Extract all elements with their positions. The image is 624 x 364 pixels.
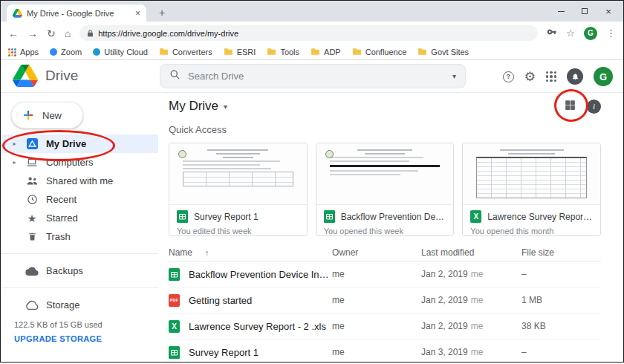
expander-icon[interactable]: ▸ xyxy=(11,140,18,147)
table-row[interactable]: Backflow Prevention Device Inspection Re… xyxy=(169,261,601,287)
page-title: My Drive xyxy=(169,99,218,114)
column-header-modified[interactable]: Last modified xyxy=(421,247,521,258)
sidebar-item-recent[interactable]: Recent xyxy=(1,190,158,209)
forward-icon[interactable]: → xyxy=(27,28,38,39)
notifications-bell-icon[interactable] xyxy=(567,68,583,85)
bookmark-folder-govt-sites[interactable]: Govt Sites xyxy=(417,48,469,57)
new-button-label: New xyxy=(42,110,62,121)
sidebar-item-label: Backups xyxy=(46,265,83,276)
file-modified-date: Jan 2, 2019 xyxy=(421,269,468,279)
column-header-size[interactable]: File size xyxy=(521,247,601,258)
card-footer: Backflow Prevention Device Inspection Re… xyxy=(316,205,454,235)
sidebar-item-computers[interactable]: ▸ Computers xyxy=(1,153,158,172)
back-icon[interactable]: ← xyxy=(8,28,19,39)
tab-close-icon[interactable]: × xyxy=(135,8,140,19)
sidebar-item-my-drive[interactable]: ▸ My Drive xyxy=(1,134,158,153)
column-header-owner[interactable]: Owner xyxy=(332,247,421,258)
browser-avatar[interactable]: G xyxy=(584,27,597,40)
file-list-header: Name ↑ Owner Last modified File size xyxy=(169,244,601,261)
sidebar-item-shared-with-me[interactable]: Shared with me xyxy=(1,172,158,190)
sidebar-item-trash[interactable]: Trash xyxy=(1,227,158,246)
file-modified-date: Jan 3, 2019 xyxy=(421,347,468,357)
help-icon[interactable]: ? xyxy=(503,71,514,82)
card-subtitle: You opened this week xyxy=(324,227,446,235)
account-avatar[interactable]: G xyxy=(594,67,613,86)
key-icon[interactable] xyxy=(547,27,557,40)
file-size: 1 MB xyxy=(521,295,601,305)
refresh-icon[interactable]: ↻ xyxy=(47,28,56,39)
browser-menu-icon[interactable]: ⋮ xyxy=(606,27,616,39)
bookmark-folder-adp[interactable]: ADP xyxy=(311,48,341,57)
title-caret-icon[interactable]: ▾ xyxy=(224,103,227,111)
trash-icon xyxy=(25,231,39,242)
sheets-file-icon xyxy=(169,268,180,281)
card-footer: Survey Report 1 You edited this week xyxy=(169,205,307,235)
minimize-button[interactable] xyxy=(549,1,573,22)
table-row[interactable]: Survey Report 1 me Jan 3, 2019me – xyxy=(169,339,601,363)
sidebar-item-label: Shared with me xyxy=(46,175,113,186)
gear-icon[interactable]: ⚙ xyxy=(524,71,536,83)
tab-strip: My Drive - Google Drive × + × xyxy=(1,1,623,22)
quick-access-card[interactable]: Backflow Prevention Device Inspection Re… xyxy=(316,143,455,236)
quick-access-card[interactable]: Survey Report 1 You edited this week xyxy=(169,143,308,236)
main-content: My Drive ▾ i Quick Access xyxy=(158,93,623,362)
storage-usage-text: 122.5 KB of 15 GB used xyxy=(14,320,158,329)
utility-cloud-icon xyxy=(93,48,100,56)
bookmark-zoom[interactable]: Zoom xyxy=(50,48,82,56)
file-owner: me xyxy=(332,295,421,305)
quick-access-heading: Quick Access xyxy=(169,124,601,135)
search-bar[interactable]: ▾ xyxy=(160,64,466,88)
bookmark-star-icon[interactable]: ☆ xyxy=(566,27,575,39)
sort-ascending-icon[interactable]: ↑ xyxy=(205,248,209,257)
info-icon[interactable]: i xyxy=(587,100,601,114)
search-input[interactable] xyxy=(188,71,445,82)
new-button[interactable]: New xyxy=(11,102,83,129)
grid-view-toggle-icon[interactable] xyxy=(564,99,576,114)
bookmark-utility-cloud[interactable]: Utility Cloud xyxy=(93,48,148,56)
sidebar-item-starred[interactable]: ★ Starred xyxy=(1,209,158,227)
sidebar: New ▸ My Drive ▸ Computers xyxy=(1,93,158,362)
spreadsheet-thumbnail xyxy=(463,143,600,205)
bookmark-folder-converters[interactable]: Converters xyxy=(159,48,212,57)
home-icon[interactable]: ⌂ xyxy=(65,28,71,39)
upgrade-storage-link[interactable]: UPGRADE STORAGE xyxy=(14,334,102,343)
file-size: – xyxy=(521,347,601,357)
window-controls: × xyxy=(549,1,620,22)
apps-label: Apps xyxy=(20,48,39,56)
address-bar[interactable]: https://drive.google.com/drive/my-drive xyxy=(79,25,538,41)
toolbar-right: ☆ G ⋮ xyxy=(547,27,616,40)
search-options-caret-icon[interactable]: ▾ xyxy=(452,72,456,80)
new-tab-button[interactable]: + xyxy=(154,5,170,20)
card-subtitle: You edited this week xyxy=(177,227,299,235)
sidebar-item-backups[interactable]: Backups xyxy=(1,261,158,280)
seal-graphic xyxy=(178,150,186,158)
main-toolbar: My Drive ▾ i xyxy=(169,93,601,120)
excel-file-icon: X xyxy=(169,320,180,333)
maximize-button[interactable] xyxy=(573,1,597,22)
table-row[interactable]: PDF Getting started me Jan 2, 2019me 1 M… xyxy=(169,287,601,313)
my-drive-icon xyxy=(25,138,39,149)
sidebar-item-storage[interactable]: Storage xyxy=(1,296,158,314)
bookmark-folder-tools[interactable]: Tools xyxy=(267,48,299,57)
quick-access-card[interactable]: X Lawrence Survey Report - 2 .xls You op… xyxy=(462,143,601,236)
bookmark-label: ADP xyxy=(324,48,341,56)
expander-icon[interactable]: ▸ xyxy=(11,159,18,166)
bookmark-label: ESRI xyxy=(237,48,256,56)
file-list: Name ↑ Owner Last modified File size Bac… xyxy=(169,244,601,363)
recent-clock-icon xyxy=(25,194,39,205)
apps-shortcut[interactable]: Apps xyxy=(8,48,39,56)
google-apps-icon[interactable] xyxy=(546,71,556,82)
file-modified-by: me xyxy=(471,269,484,279)
close-button[interactable]: × xyxy=(597,1,620,22)
bookmark-folder-confluence[interactable]: Confluence xyxy=(352,48,407,57)
seal-graphic xyxy=(325,150,334,158)
table-row[interactable]: X Lawrence Survey Report - 2 .xls me Jan… xyxy=(169,313,601,339)
doc-thumbnail xyxy=(169,143,307,205)
sheets-file-icon xyxy=(324,210,335,223)
folder-icon xyxy=(417,48,427,57)
column-header-name[interactable]: Name ↑ xyxy=(169,247,332,258)
drive-logo[interactable]: Drive xyxy=(13,65,78,87)
file-modified-by: me xyxy=(471,347,484,357)
bookmark-folder-esri[interactable]: ESRI xyxy=(224,48,256,57)
browser-tab[interactable]: My Drive - Google Drive × xyxy=(7,4,146,22)
